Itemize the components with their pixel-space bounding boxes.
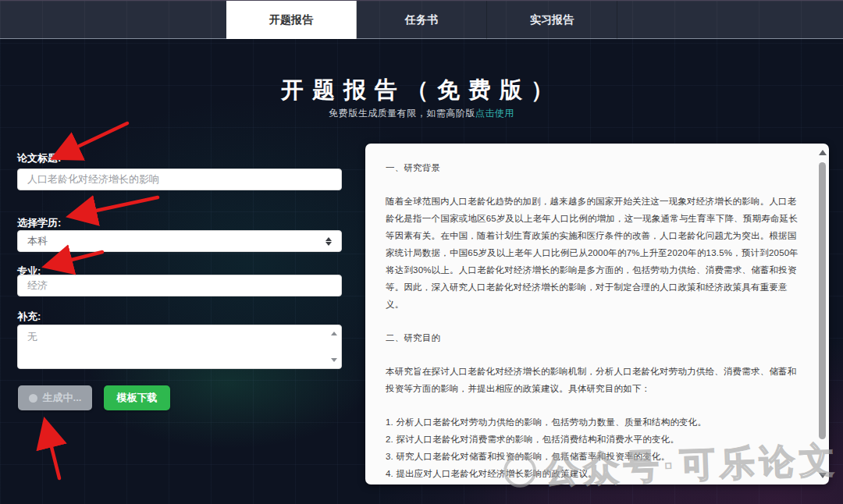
report-paragraph: 随着全球范围内人口老龄化趋势的加剧，越来越多的国家开始关注这一现象对经济增长的影… [386, 193, 801, 313]
report-paragraph: 1. 分析人口老龄化对劳动力供给的影响，包括劳动力数量、质量和结构的变化。 2.… [386, 413, 801, 482]
scrollbar-thumb[interactable] [819, 162, 826, 439]
report-panel[interactable]: 一、研究背景随着全球范围内人口老龄化趋势的加剧，越来越多的国家开始关注这一现象对… [365, 144, 829, 484]
paper-title-input[interactable]: 人口老龄化对经济增长的影响 [17, 169, 342, 190]
upgrade-link[interactable]: 点击使用 [475, 108, 514, 119]
generate-button-label: 生成中... [43, 391, 82, 405]
template-download-button[interactable]: 模板下载 [104, 385, 170, 410]
scrollbar-down-icon[interactable] [819, 473, 827, 478]
report-content: 一、研究背景随着全球范围内人口老龄化趋势的加剧，越来越多的国家开始关注这一现象对… [365, 144, 816, 484]
report-scrollbar[interactable] [816, 145, 828, 483]
generate-button[interactable]: 生成中... [18, 385, 92, 410]
tab-label: 实习报告 [530, 13, 574, 27]
tab-internship-report[interactable]: 实习报告 [487, 1, 617, 39]
arrow-major [50, 252, 102, 265]
tab-task-book[interactable]: 任务书 [357, 1, 487, 39]
major-input[interactable]: 经济 [17, 275, 342, 296]
app-window: 开题报告 任务书 实习报告 开题报告（免费版） 免费版生成质量有限，如需高阶版点… [0, 0, 843, 504]
scrollbar-up-icon[interactable] [819, 150, 827, 155]
page-title: 开题报告（免费版） [0, 75, 843, 106]
textarea-scroll-down-icon[interactable] [331, 358, 337, 362]
major-value: 经济 [27, 279, 48, 293]
tab-label: 任务书 [405, 13, 438, 27]
degree-value: 本科 [27, 234, 48, 248]
extra-label: 补充: [17, 310, 41, 324]
extra-value: 无 [27, 331, 37, 343]
page-subtitle: 免费版生成质量有限，如需高阶版点击使用 [0, 107, 843, 120]
select-updown-icon [325, 237, 332, 246]
report-heading: 二、研究目的 [386, 329, 801, 346]
spinner-icon [29, 394, 37, 403]
degree-label: 选择学历: [17, 216, 61, 230]
paper-title-value: 人口老龄化对经济增长的影响 [27, 172, 159, 186]
tab-group: 开题报告 任务书 实习报告 [226, 1, 617, 39]
report-paragraph: 本研究旨在探讨人口老龄化对经济增长的影响机制，分析人口老龄化对劳动力供给、消费需… [386, 363, 801, 397]
paper-title-label: 论文标题: [17, 151, 61, 165]
degree-select[interactable]: 本科 [17, 230, 342, 252]
report-heading: 一、研究背景 [386, 159, 801, 176]
arrow-generate [46, 425, 59, 478]
arrow-degree [74, 197, 158, 215]
textarea-scroll-up-icon[interactable] [331, 332, 337, 335]
arrow-paper-title [58, 123, 127, 156]
extra-textarea[interactable]: 无 [17, 325, 342, 369]
subtitle-text: 免费版生成质量有限，如需高阶版 [329, 108, 475, 119]
top-tab-bar: 开题报告 任务书 实习报告 [0, 1, 843, 39]
tab-opening-report[interactable]: 开题报告 [226, 1, 357, 39]
template-button-label: 模板下载 [117, 391, 158, 405]
tab-label: 开题报告 [269, 13, 313, 27]
